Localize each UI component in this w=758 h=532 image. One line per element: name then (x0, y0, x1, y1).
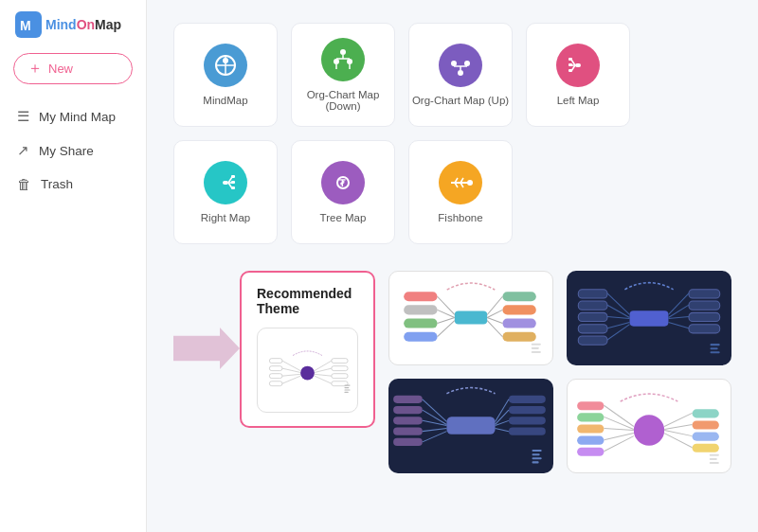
svg-line-122 (496, 429, 509, 432)
plus-icon: ＋ (27, 59, 43, 79)
svg-text:₮: ₮ (339, 178, 346, 188)
svg-rect-108 (393, 428, 423, 435)
svg-rect-50 (332, 359, 348, 364)
theme-card-white[interactable] (257, 328, 358, 413)
svg-line-111 (423, 410, 447, 424)
svg-line-76 (487, 310, 502, 317)
svg-rect-105 (393, 396, 423, 403)
map-card-fishbone[interactable]: Fishbone (408, 140, 513, 244)
svg-point-9 (334, 59, 339, 64)
svg-line-91 (607, 323, 630, 328)
theme-card-purple[interactable] (567, 379, 731, 473)
svg-text:M: M (20, 18, 31, 33)
map-type-grid: MindMap Org-Chart Map (Down) Org-Chart M… (173, 23, 731, 244)
new-button[interactable]: ＋ New (13, 53, 133, 84)
svg-rect-73 (502, 319, 535, 328)
trash-icon: 🗑 (17, 176, 31, 192)
main-content: MindMap Org-Chart Map (Down) Org-Chart M… (147, 0, 758, 532)
svg-rect-86 (578, 325, 607, 333)
svg-rect-141 (693, 444, 719, 452)
svg-rect-81 (532, 351, 541, 353)
sidebar-item-trash[interactable]: 🗑 Trash (0, 168, 146, 201)
svg-rect-124 (532, 453, 539, 455)
map-card-mindmap[interactable]: MindMap (173, 23, 278, 127)
svg-rect-30 (231, 175, 235, 178)
logo: M MindOnMap (0, 11, 146, 53)
svg-rect-44 (269, 374, 282, 379)
svg-rect-95 (689, 312, 720, 321)
svg-rect-42 (269, 359, 282, 364)
svg-rect-103 (710, 351, 719, 353)
svg-line-56 (315, 374, 332, 376)
sidebar-item-my-mind-map[interactable]: ☰ My Mind Map (0, 99, 146, 133)
svg-rect-107 (393, 417, 423, 424)
tree-map-card-label: Tree Map (320, 212, 367, 223)
share-icon: ↗ (17, 142, 29, 159)
right-map-card-label: Right Map (201, 212, 250, 223)
svg-line-49 (282, 376, 300, 383)
sidebar-item-label: Trash (41, 177, 73, 191)
svg-point-18 (464, 61, 470, 66)
svg-rect-138 (693, 409, 719, 417)
svg-rect-43 (269, 366, 282, 371)
left-map-card-label: Left Map (557, 95, 600, 106)
svg-point-41 (300, 366, 315, 381)
svg-rect-87 (578, 336, 607, 345)
recommended-title: Recommended Theme (257, 286, 358, 316)
svg-point-14 (458, 70, 463, 76)
svg-rect-117 (509, 417, 546, 424)
svg-line-114 (423, 432, 447, 442)
svg-rect-139 (693, 420, 719, 429)
svg-rect-60 (344, 389, 350, 390)
svg-rect-146 (710, 454, 719, 456)
svg-rect-79 (532, 344, 541, 346)
svg-line-67 (438, 296, 455, 314)
theme-card-dark-navy[interactable] (388, 379, 553, 473)
svg-rect-62 (455, 310, 487, 324)
svg-rect-45 (269, 381, 282, 386)
fishbone-card-label: Fishbone (438, 212, 482, 223)
svg-rect-80 (532, 347, 539, 349)
sidebar-item-my-share[interactable]: ↗ My Share (0, 133, 146, 168)
map-card-org-down[interactable]: Org-Chart Map (Down) (291, 23, 395, 127)
svg-rect-148 (710, 462, 719, 464)
svg-line-57 (315, 376, 332, 383)
theme-card-colorful[interactable] (388, 271, 553, 365)
svg-rect-19 (575, 63, 581, 67)
map-card-org-up[interactable]: Org-Chart Map (Up) (408, 23, 513, 127)
tree-map-card-icon: ₮ (321, 161, 365, 204)
org-up-card-icon (439, 44, 482, 87)
left-map-card-icon (556, 44, 600, 87)
map-card-left-map[interactable]: Left Map (526, 23, 630, 127)
svg-rect-126 (532, 461, 538, 463)
svg-line-68 (438, 310, 455, 317)
svg-rect-66 (404, 332, 437, 342)
map-card-right-map[interactable]: Right Map (173, 140, 278, 244)
svg-rect-104 (446, 417, 495, 434)
svg-point-127 (634, 415, 664, 445)
svg-line-48 (282, 374, 300, 376)
logo-icon: M (15, 11, 42, 38)
right-map-card-icon (204, 161, 247, 204)
theme-card-dark-blue[interactable] (567, 271, 731, 365)
mindmap-card-label: MindMap (203, 95, 247, 106)
map-card-tree-map[interactable]: ₮ Tree Map (291, 140, 395, 244)
svg-rect-58 (344, 384, 350, 385)
svg-rect-101 (710, 344, 719, 346)
svg-line-137 (604, 436, 633, 452)
svg-line-142 (664, 413, 692, 426)
svg-rect-71 (502, 292, 535, 301)
svg-point-17 (451, 61, 457, 66)
new-label: New (48, 62, 73, 76)
svg-line-119 (496, 399, 509, 422)
svg-rect-83 (578, 290, 607, 298)
svg-rect-63 (404, 292, 437, 301)
svg-rect-72 (502, 305, 535, 314)
arrow-indicator (173, 328, 240, 369)
svg-point-4 (223, 58, 228, 63)
svg-rect-32 (231, 186, 235, 189)
arrow-container (173, 271, 240, 369)
svg-rect-26 (223, 181, 228, 185)
svg-rect-118 (509, 428, 546, 435)
fishbone-card-icon (439, 161, 482, 204)
